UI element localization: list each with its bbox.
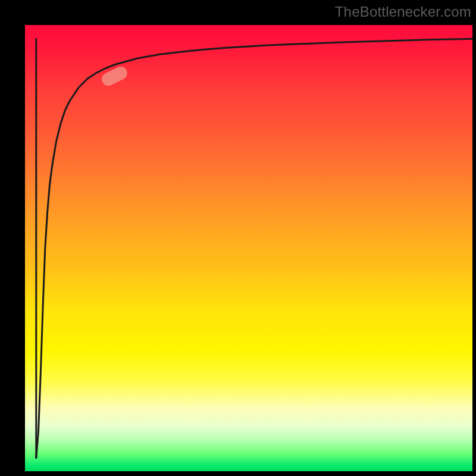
- watermark-text: TheBottlenecker.com: [335, 4, 471, 20]
- plot-area: [25, 25, 472, 471]
- chart-stage: TheBottlenecker.com: [0, 0, 476, 476]
